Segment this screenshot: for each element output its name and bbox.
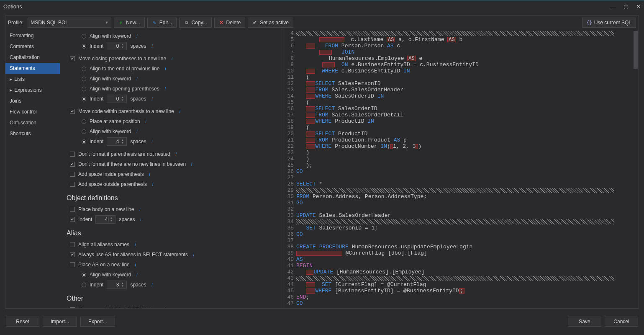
info-icon[interactable]	[163, 66, 168, 71]
cb-code-paren-newline[interactable]	[70, 109, 75, 114]
window-controls: — ▢ ✕	[611, 3, 641, 10]
spinner-icon[interactable]: ▲▼	[120, 139, 125, 144]
info-icon[interactable]	[149, 282, 154, 287]
cb-indent-objdef[interactable]	[70, 217, 75, 222]
save-button[interactable]: Save	[568, 317, 601, 327]
spinner-icon[interactable]: ▲▼	[120, 282, 125, 288]
cb-place-body-newline[interactable]	[70, 207, 75, 212]
cancel-button[interactable]: Cancel	[605, 317, 638, 327]
info-icon[interactable]	[144, 119, 149, 124]
export-button[interactable]: Export...	[80, 317, 115, 327]
spinner-icon[interactable]: ▲▼	[120, 43, 125, 49]
radio-align-keyword-2[interactable]	[82, 77, 86, 81]
info-icon[interactable]	[138, 217, 143, 222]
plus-icon: ＋	[118, 20, 123, 25]
cb-dont-format-nonewline[interactable]	[70, 162, 75, 167]
indent-value-objdef[interactable]: ▲▼	[95, 215, 115, 224]
chevron-down-icon: ▼	[105, 21, 108, 25]
nav-shortcuts[interactable]: Shortcuts	[5, 128, 60, 139]
info-icon[interactable]	[137, 207, 142, 212]
nav-lists[interactable]: ▸ Lists	[5, 74, 60, 85]
info-icon[interactable]	[174, 152, 179, 157]
info-icon[interactable]	[134, 76, 139, 81]
info-icon[interactable]	[133, 242, 138, 247]
sidebar: Formatting Comments Capitalization State…	[5, 29, 60, 308]
section-other: Other	[67, 295, 277, 302]
info-icon[interactable]	[150, 182, 155, 187]
use-current-sql-button[interactable]: {}Use current SQL	[582, 18, 636, 28]
close-button[interactable]: ✕	[636, 3, 641, 10]
window-title: Options	[3, 3, 22, 10]
copy-button[interactable]: ⧉Copy...	[179, 18, 211, 28]
radio-same-pos[interactable]	[82, 119, 86, 124]
nav-capitalization[interactable]: Capitalization	[5, 52, 60, 63]
radio-align-keyword-1[interactable]	[82, 34, 86, 39]
nav-expressions[interactable]: ▸ Expressions	[5, 85, 60, 95]
radio-align-keyword-4[interactable]	[82, 273, 86, 277]
cb-place-as-newline[interactable]	[70, 262, 75, 267]
spinner-icon[interactable]: ▲▼	[108, 216, 113, 222]
info-icon[interactable]	[171, 307, 176, 308]
minimize-button[interactable]: —	[611, 3, 616, 10]
check-icon: ✔	[252, 20, 257, 25]
info-icon[interactable]	[191, 252, 196, 257]
indent-value-1[interactable]: ▲▼	[107, 42, 127, 50]
indent-value-3[interactable]: ▲▼	[107, 137, 127, 146]
radio-indent-3[interactable]	[82, 139, 86, 144]
info-icon[interactable]	[149, 96, 154, 101]
caret-right-icon: ▸	[10, 87, 13, 93]
info-icon[interactable]	[134, 34, 139, 39]
info-icon[interactable]	[134, 129, 139, 134]
indent-value-alias[interactable]: ▲▼	[107, 281, 127, 289]
reset-button[interactable]: Reset	[6, 317, 39, 327]
delete-icon: ✕	[219, 20, 224, 25]
content-frame: Profile: MSDN SQL BOL ▼ ＋New... ✎Edit...…	[5, 15, 639, 309]
info-icon[interactable]	[163, 86, 168, 91]
radio-align-end-prev[interactable]	[82, 67, 86, 71]
set-active-button[interactable]: ✔Set as active	[248, 18, 293, 28]
cb-space-outside[interactable]	[70, 182, 75, 187]
radio-align-open-paren[interactable]	[82, 87, 86, 91]
info-icon[interactable]	[149, 44, 154, 49]
info-icon[interactable]	[177, 109, 182, 114]
nav-comments[interactable]: Comments	[5, 41, 60, 52]
radio-indent-alias[interactable]	[82, 283, 86, 287]
cb-align-alias[interactable]	[70, 242, 75, 247]
cb-dont-format-nested[interactable]	[70, 152, 75, 157]
info-icon[interactable]	[147, 172, 152, 177]
indent-value-2[interactable]: ▲▼	[107, 95, 127, 103]
delete-button[interactable]: ✕Delete	[214, 18, 246, 28]
info-icon[interactable]	[189, 162, 194, 167]
info-icon[interactable]	[134, 272, 139, 277]
nav-joins[interactable]: Joins	[5, 95, 60, 106]
edit-button[interactable]: ✎Edit...	[147, 18, 177, 28]
copy-icon: ⧉	[184, 20, 189, 25]
cb-space-inside[interactable]	[70, 172, 75, 177]
form-area: Align with keyword Indent ▲▼ spaces Move…	[60, 29, 282, 308]
profile-label: Profile:	[8, 20, 25, 26]
code-scrollbar[interactable]	[633, 29, 639, 308]
new-button[interactable]: ＋New...	[114, 18, 144, 28]
nav-flow-control[interactable]: Flow control	[5, 106, 60, 117]
import-button[interactable]: Import...	[43, 317, 77, 327]
info-icon[interactable]	[149, 139, 154, 144]
line-gutter: 4567891011121314151617181920212223242526…	[282, 29, 296, 308]
maximize-button[interactable]: ▢	[623, 3, 629, 10]
info-icon[interactable]	[169, 56, 174, 61]
caret-right-icon: ▸	[10, 76, 13, 82]
braces-icon: {}	[587, 20, 592, 25]
section-object-definitions: Object definitions	[67, 194, 277, 202]
radio-indent-2[interactable]	[82, 97, 86, 101]
pencil-icon: ✎	[152, 20, 157, 25]
nav-formatting[interactable]: Formatting	[5, 30, 60, 41]
cb-always-into[interactable]	[70, 307, 75, 308]
spinner-icon[interactable]: ▲▼	[120, 96, 125, 102]
nav-statements[interactable]: Statements	[5, 63, 60, 74]
profile-select[interactable]: MSDN SQL BOL ▼	[28, 18, 111, 28]
radio-align-keyword-3[interactable]	[82, 129, 86, 134]
cb-always-as-select[interactable]	[70, 252, 75, 257]
cb-close-paren-newline[interactable]	[70, 56, 75, 61]
radio-indent-1[interactable]	[82, 44, 86, 49]
info-icon[interactable]	[133, 262, 138, 267]
nav-obfuscation[interactable]: Obfuscation	[5, 117, 60, 128]
